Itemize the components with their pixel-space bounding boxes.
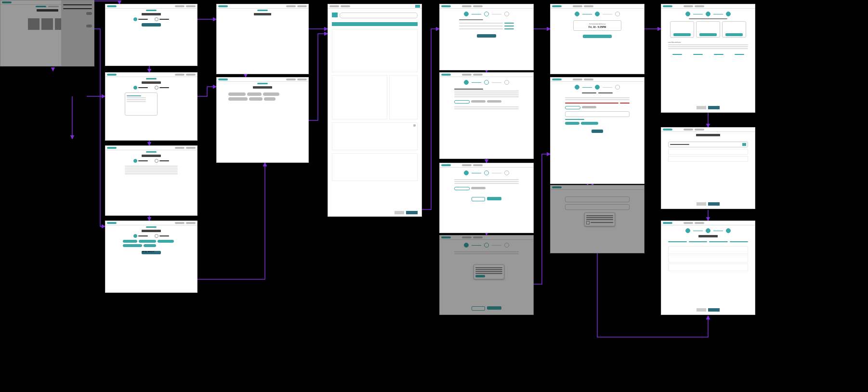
confirm-button[interactable] <box>406 211 418 214</box>
screen-search-d: SEE ALL RESULTS <box>105 221 197 293</box>
cancel-button[interactable] <box>395 211 404 214</box>
screen-confirm-a: user-flow-wireframe <box>661 4 755 113</box>
screen-form-long <box>550 77 644 184</box>
screen-results-empty <box>216 4 309 74</box>
next-button[interactable] <box>487 197 501 200</box>
screen-search-b <box>105 72 197 141</box>
screen-search-a <box>105 4 197 66</box>
schedule-button[interactable] <box>583 35 612 38</box>
screen-form-tooltip <box>550 185 644 253</box>
back-button[interactable] <box>472 197 485 201</box>
screen-flow-1 <box>439 4 534 70</box>
screen-home-dark <box>0 0 94 66</box>
screen-results-chips <box>216 77 309 163</box>
screen-flow-2 <box>439 72 534 159</box>
screen-editor <box>328 4 422 217</box>
screen-flow-4 <box>439 235 534 315</box>
see-all-results-button[interactable]: SEE ALL RESULTS <box>142 251 161 254</box>
screen-search-c <box>105 145 197 216</box>
screen-schedule: Scheduled delivery Fri, 16 · 5:25PM <box>550 4 644 74</box>
close-icon[interactable] <box>413 124 416 127</box>
screen-review <box>661 221 755 315</box>
screen-flow-3 <box>439 163 534 233</box>
screen-confirm-b <box>661 127 755 209</box>
paragraph-text: user-flow-wireframe <box>668 41 681 43</box>
search-button[interactable] <box>142 23 161 26</box>
